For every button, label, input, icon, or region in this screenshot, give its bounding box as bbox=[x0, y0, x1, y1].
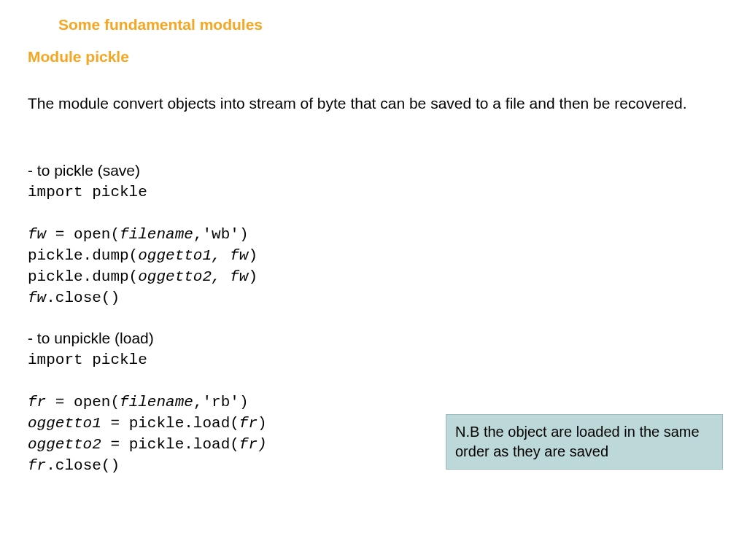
code-text: pickle.dump( bbox=[28, 247, 138, 264]
code-var: fr) bbox=[239, 436, 267, 453]
code-var: fw bbox=[28, 226, 46, 243]
note-box: N.B the object are loaded in the same or… bbox=[446, 414, 723, 470]
code-var: fr bbox=[28, 457, 46, 474]
code-text: = open( bbox=[46, 226, 120, 243]
code-block-pickle: import pickle fw = open(filename,'wb') p… bbox=[28, 182, 258, 309]
module-heading: Module pickle bbox=[28, 48, 129, 66]
code-line: import pickle bbox=[28, 351, 147, 368]
code-var: oggetto2 bbox=[28, 436, 101, 453]
pickle-section-label: - to pickle (save) bbox=[28, 162, 140, 179]
module-description: The module convert objects into stream o… bbox=[28, 93, 718, 114]
code-text: ) bbox=[258, 415, 267, 432]
code-text: pickle.dump( bbox=[28, 268, 138, 285]
code-text: = pickle.load( bbox=[101, 436, 239, 453]
code-var: oggetto1 bbox=[28, 415, 101, 432]
code-var: oggetto1, fw bbox=[138, 247, 248, 264]
code-var: filename bbox=[120, 394, 193, 411]
code-text: .close() bbox=[46, 289, 120, 306]
code-text: ,'rb') bbox=[193, 394, 249, 411]
code-text: ) bbox=[248, 268, 258, 285]
code-var: filename bbox=[120, 226, 193, 243]
code-line: import pickle bbox=[28, 184, 147, 201]
code-text: ,'wb') bbox=[193, 226, 249, 243]
code-var: fr bbox=[28, 394, 46, 411]
code-text: ) bbox=[248, 247, 258, 264]
code-text: = pickle.load( bbox=[101, 415, 239, 432]
code-text: .close() bbox=[46, 457, 120, 474]
unpickle-section-label: - to unpickle (load) bbox=[28, 330, 154, 347]
code-block-unpickle: import pickle fr = open(filename,'rb') o… bbox=[28, 350, 267, 477]
code-var: fw bbox=[28, 289, 46, 306]
slide-title: Some fundamental modules bbox=[58, 16, 263, 34]
code-var: fr bbox=[239, 415, 258, 432]
code-var: oggetto2, fw bbox=[138, 268, 248, 285]
code-text: = open( bbox=[46, 394, 120, 411]
